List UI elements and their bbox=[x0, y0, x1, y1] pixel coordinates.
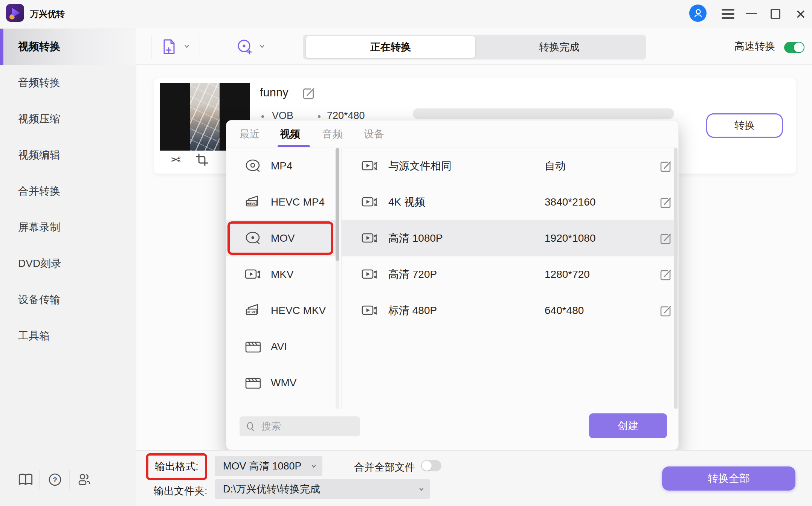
file-name: funny bbox=[260, 86, 288, 99]
add-file-icon[interactable] bbox=[160, 38, 178, 56]
dialog-tab-video[interactable]: 视频 bbox=[280, 120, 300, 148]
add-dvd-chevron-icon[interactable] bbox=[259, 44, 265, 49]
sidebar-item-video-compress[interactable]: 视频压缩 bbox=[0, 101, 136, 137]
divider bbox=[99, 470, 99, 489]
preset-row-same-as-source[interactable]: 与源文件相同 自动 bbox=[341, 148, 679, 184]
video-camera-icon bbox=[360, 229, 380, 248]
svg-text:HEVC: HEVC bbox=[247, 201, 257, 206]
video-camera-icon bbox=[360, 301, 380, 320]
maximize-button[interactable] bbox=[771, 9, 780, 19]
convert-all-button[interactable]: 转换全部 bbox=[662, 466, 795, 491]
disc-dot-icon bbox=[243, 229, 263, 248]
sidebar-item-merge-convert[interactable]: 合并转换 bbox=[0, 173, 136, 209]
toolbar: 正在转换 转换完成 高速转换 bbox=[136, 28, 812, 65]
add-dvd-icon[interactable] bbox=[235, 38, 253, 56]
user-icon bbox=[692, 8, 704, 19]
preset-list-scrollbar[interactable] bbox=[674, 148, 678, 409]
add-file-chevron-icon[interactable] bbox=[184, 44, 190, 49]
community-users-icon[interactable] bbox=[76, 471, 93, 488]
menu-icon[interactable] bbox=[722, 9, 734, 19]
svg-text:?: ? bbox=[53, 476, 57, 484]
format-item-wmv[interactable]: WMV bbox=[226, 365, 336, 401]
divider bbox=[200, 35, 200, 58]
format-item-mov[interactable]: MOV bbox=[226, 220, 336, 256]
merge-all-toggle[interactable] bbox=[421, 460, 441, 471]
preset-row-4k[interactable]: 4K 视频 3840*2160 bbox=[341, 184, 679, 220]
progress-bar bbox=[413, 108, 674, 119]
fast-convert-toggle[interactable] bbox=[784, 42, 804, 53]
preset-row-720p[interactable]: 高清 720P 1280*720 bbox=[341, 256, 679, 293]
edit-preset-icon[interactable] bbox=[659, 195, 672, 209]
manual-book-icon[interactable] bbox=[17, 471, 34, 488]
crop-icon[interactable] bbox=[195, 153, 209, 166]
sidebar-item-screen-record[interactable]: 屏幕录制 bbox=[0, 209, 136, 245]
edit-preset-icon[interactable] bbox=[659, 268, 672, 281]
close-button[interactable]: ✕ bbox=[794, 7, 807, 22]
preset-row-480p[interactable]: 标清 480P 640*480 bbox=[341, 293, 679, 329]
edit-preset-icon[interactable] bbox=[659, 304, 672, 317]
fast-convert-label: 高速转换 bbox=[734, 28, 775, 65]
divider bbox=[39, 470, 40, 489]
meta-dot bbox=[318, 115, 321, 118]
tab-converting[interactable]: 正在转换 bbox=[306, 36, 475, 58]
titlebar: 万兴优转 ✕ bbox=[0, 0, 812, 28]
output-folder-value: D:\万兴优转\转换完成 bbox=[223, 479, 320, 499]
video-camera-icon bbox=[360, 265, 380, 284]
meta-dot bbox=[261, 115, 264, 118]
minimize-button[interactable] bbox=[746, 13, 757, 14]
merge-all-label: 合并全部文件 bbox=[354, 460, 415, 474]
output-format-value: MOV 高清 1080P bbox=[223, 456, 302, 476]
divider bbox=[69, 470, 70, 489]
hevc-icon: HEVC bbox=[243, 301, 263, 320]
svg-text:HEVC: HEVC bbox=[247, 310, 257, 314]
tab-finished[interactable]: 转换完成 bbox=[475, 36, 643, 58]
preset-search-box bbox=[240, 416, 360, 436]
dialog-tab-recent[interactable]: 最近 bbox=[240, 120, 260, 148]
hevc-icon: HEVC bbox=[243, 192, 263, 212]
sidebar-item-toolbox[interactable]: 工具箱 bbox=[0, 318, 136, 354]
sidebar-item-audio-convert[interactable]: 音频转换 bbox=[0, 65, 136, 101]
rename-edit-icon[interactable] bbox=[301, 86, 316, 100]
search-icon bbox=[246, 421, 256, 432]
bottom-bar: 输出格式: MOV 高清 1080P 合并全部文件 输出文件夹: D:\万兴优转… bbox=[136, 450, 812, 506]
sidebar: 视频转换 音频转换 视频压缩 视频编辑 合并转换 屏幕录制 DVD刻录 设备传输… bbox=[0, 28, 136, 506]
video-camera-icon bbox=[243, 265, 263, 284]
sidebar-item-video-convert[interactable]: 视频转换 bbox=[0, 29, 136, 65]
format-item-avi[interactable]: AVI bbox=[226, 329, 336, 365]
active-tab-underline bbox=[278, 145, 310, 147]
chevron-down-icon bbox=[419, 487, 424, 491]
convert-tabs: 正在转换 转换完成 bbox=[303, 35, 646, 59]
thumbnail-frame bbox=[190, 83, 220, 151]
clapperboard-icon bbox=[243, 373, 263, 393]
app-title: 万兴优转 bbox=[30, 0, 65, 28]
clapperboard-icon bbox=[243, 337, 263, 357]
sidebar-item-dvd-burn[interactable]: DVD刻录 bbox=[0, 245, 136, 282]
edit-preset-icon[interactable] bbox=[659, 159, 672, 173]
trim-scissors-icon[interactable]: ✂ bbox=[167, 151, 184, 168]
search-input[interactable] bbox=[261, 416, 356, 436]
output-format-dialog: 最近 视频 音频 设备 MP4 HEVC HEVC MP4 MOV bbox=[226, 120, 679, 450]
format-item-mkv[interactable]: MKV bbox=[226, 256, 336, 293]
preset-row-1080p[interactable]: 高清 1080P 1920*1080 bbox=[341, 220, 679, 256]
help-icon[interactable]: ? bbox=[47, 471, 63, 488]
edit-preset-icon[interactable] bbox=[659, 232, 672, 245]
format-item-hevc-mp4[interactable]: HEVC HEVC MP4 bbox=[226, 184, 336, 220]
dialog-tab-audio[interactable]: 音频 bbox=[322, 120, 343, 148]
output-folder-select[interactable]: D:\万兴优转\转换完成 bbox=[215, 479, 430, 499]
sidebar-item-video-edit[interactable]: 视频编辑 bbox=[0, 137, 136, 173]
format-item-mp4[interactable]: MP4 bbox=[226, 148, 336, 184]
create-button[interactable]: 创建 bbox=[589, 413, 667, 438]
sidebar-item-device-transfer[interactable]: 设备传输 bbox=[0, 282, 136, 318]
output-format-label: 输出格式: bbox=[155, 461, 198, 472]
disc-icon bbox=[243, 156, 263, 176]
format-item-hevc-mkv[interactable]: HEVC HEVC MKV bbox=[226, 293, 336, 329]
app-logo-icon bbox=[6, 4, 24, 22]
format-list-scrollbar-thumb[interactable] bbox=[336, 148, 339, 261]
annotation-red-box-output-format: 输出格式: bbox=[146, 453, 207, 480]
video-camera-icon bbox=[360, 156, 380, 176]
convert-button[interactable]: 转换 bbox=[706, 113, 783, 138]
account-avatar[interactable] bbox=[689, 5, 707, 22]
output-format-select[interactable]: MOV 高清 1080P bbox=[215, 456, 322, 476]
dialog-tab-device[interactable]: 设备 bbox=[364, 120, 384, 148]
chevron-down-icon bbox=[311, 464, 316, 468]
